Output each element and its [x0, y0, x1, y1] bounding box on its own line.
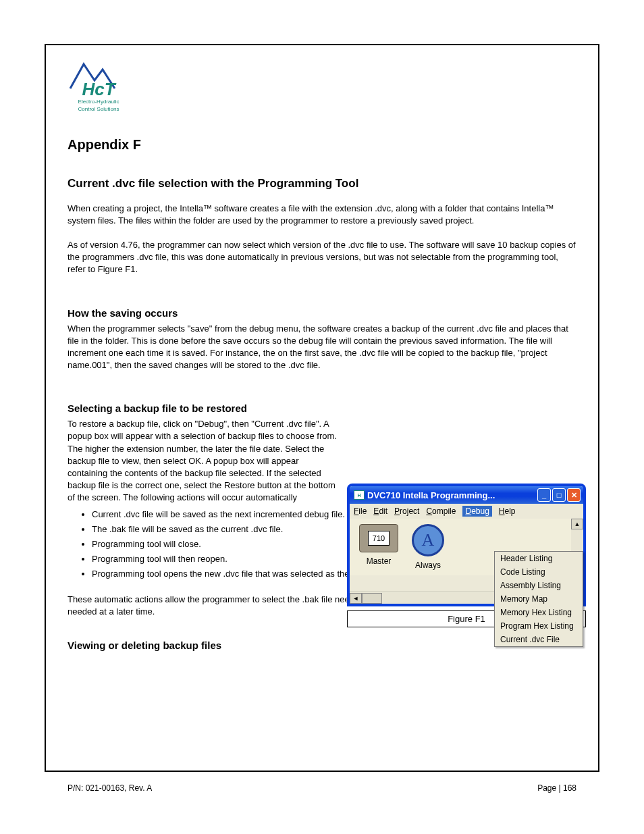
- master-label: Master: [367, 556, 392, 566]
- scroll-up-button[interactable]: ▲: [571, 519, 583, 529]
- hscroll-thumb[interactable]: [362, 593, 382, 604]
- logo-subtext-2: Control Solutions: [68, 107, 130, 113]
- page-footer: P/N: 021-00163, Rev. A Page | 168: [45, 783, 599, 793]
- master-module-icon[interactable]: 710 Master: [359, 524, 398, 570]
- mountain-logo-icon: HcT: [68, 57, 130, 98]
- svg-text:HcT: HcT: [82, 79, 116, 98]
- always-circle-icon: A: [412, 524, 444, 556]
- content-area: HcT Electro-Hydraulic Control Solutions …: [45, 44, 599, 772]
- section-c-para-1: To restore a backup file, click on "Debu…: [68, 418, 338, 504]
- dropdown-item[interactable]: Header Listing: [495, 552, 583, 565]
- menu-help[interactable]: Help: [499, 506, 516, 516]
- minimize-button[interactable]: _: [537, 488, 551, 502]
- app-window: H DVC710 Intella Programming... _ □ ✕ Fi…: [347, 484, 586, 606]
- footer-right: Page | 168: [537, 783, 576, 793]
- logo: HcT Electro-Hydraulic Control Solutions: [68, 57, 130, 113]
- menu-file[interactable]: File: [354, 506, 367, 516]
- section-b-heading: How the saving occurs: [68, 307, 576, 319]
- section-a-para-1: When creating a project, the Intella™ so…: [68, 203, 576, 227]
- debug-dropdown-menu: Header Listing Code Listing Assembly Lis…: [494, 551, 583, 647]
- menu-edit[interactable]: Edit: [373, 506, 387, 516]
- appendix-title: Appendix F: [68, 137, 576, 153]
- dropdown-item[interactable]: Memory Map: [495, 592, 583, 606]
- dropdown-item[interactable]: Current .dvc File: [495, 633, 583, 646]
- menu-compile[interactable]: Compile: [426, 506, 456, 516]
- client-area: 710 Master A Always ▲: [350, 519, 583, 592]
- dropdown-item[interactable]: Assembly Listing: [495, 579, 583, 592]
- dropdown-item[interactable]: Program Hex Listing: [495, 619, 583, 633]
- always-icon[interactable]: A Always: [412, 524, 444, 570]
- menu-project[interactable]: Project: [394, 506, 419, 516]
- menu-debug[interactable]: Debug: [462, 506, 491, 517]
- section-c-heading: Selecting a backup file to be restored: [68, 402, 576, 414]
- section-a-para-2: As of version 4.76, the programmer can n…: [68, 239, 576, 276]
- section-a-heading: Current .dvc file selection with the Pro…: [68, 177, 576, 190]
- dropdown-item[interactable]: Memory Hex Listing: [495, 606, 583, 619]
- close-button[interactable]: ✕: [567, 488, 581, 502]
- section-b-para: When the programmer selects "save" from …: [68, 323, 576, 372]
- figure-window: H DVC710 Intella Programming... _ □ ✕ Fi…: [347, 484, 586, 627]
- scroll-left-button[interactable]: ◄: [350, 593, 362, 604]
- dropdown-item[interactable]: Code Listing: [495, 565, 583, 579]
- menubar: File Edit Project Compile Debug Help: [350, 504, 583, 519]
- page: HcT Electro-Hydraulic Control Solutions …: [0, 0, 644, 834]
- titlebar-app-icon: H: [354, 490, 365, 500]
- module-number: 710: [368, 531, 390, 546]
- module-710-icon: 710: [359, 524, 398, 552]
- always-label: Always: [415, 561, 441, 570]
- window-titlebar[interactable]: H DVC710 Intella Programming... _ □ ✕: [350, 486, 583, 504]
- maximize-button[interactable]: □: [552, 488, 566, 502]
- window-title: DVC710 Intella Programming...: [367, 490, 537, 500]
- logo-subtext-1: Electro-Hydraulic: [68, 99, 130, 105]
- footer-left: P/N: 021-00163, Rev. A: [68, 783, 152, 793]
